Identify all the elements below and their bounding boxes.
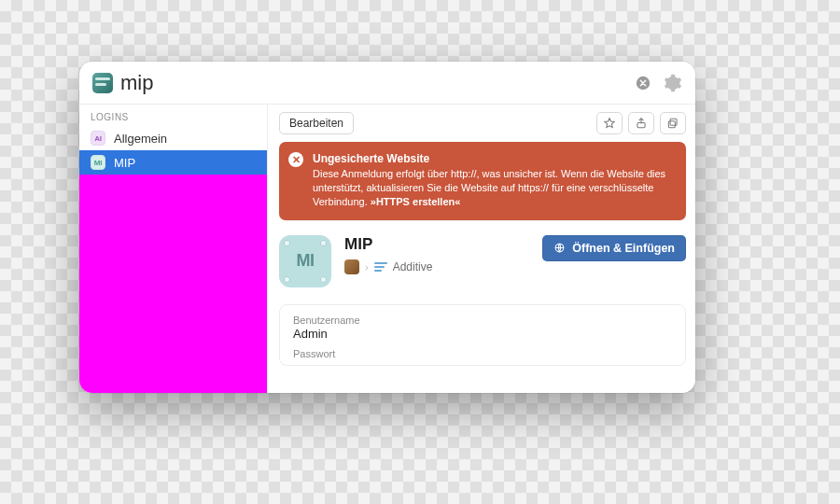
entry-title: MIP: [344, 235, 529, 254]
settings-button[interactable]: [662, 72, 684, 94]
warning-action-link[interactable]: »HTTPS erstellen«: [371, 196, 461, 207]
star-icon: [603, 117, 616, 130]
open-and-fill-label: Öffnen & Einfügen: [572, 242, 675, 255]
clear-search-button[interactable]: [632, 72, 654, 94]
favorite-button[interactable]: [596, 112, 623, 134]
search-input[interactable]: [120, 71, 377, 95]
sidebar: LOGINS AI Allgemein MI MIP: [79, 105, 268, 393]
edit-button[interactable]: Bearbeiten: [279, 112, 354, 134]
sidebar-section-label: LOGINS: [79, 105, 267, 126]
sidebar-item-allgemein[interactable]: AI Allgemein: [79, 126, 267, 150]
warning-body: Diese Anmeldung erfolgt über http://, wa…: [313, 168, 665, 207]
svg-rect-3: [668, 121, 675, 128]
redacted-block: [79, 175, 267, 393]
insecure-website-banner: ✕ Ungesicherte Website Diese Anmeldung e…: [279, 142, 686, 220]
username-value[interactable]: Admin: [293, 327, 672, 341]
detail-toolbar: Bearbeiten: [279, 112, 686, 134]
credentials-card: Benutzername Admin Passwort: [279, 304, 686, 366]
login-badge-icon: MI: [91, 155, 105, 170]
warning-icon: ✕: [288, 152, 303, 167]
entry-icon: MI: [279, 235, 331, 287]
sidebar-item-mip[interactable]: MI MIP: [79, 150, 267, 175]
sidebar-item-label: MIP: [114, 156, 135, 170]
search-bar: [79, 62, 695, 105]
breadcrumb-vault[interactable]: Additive: [393, 260, 433, 273]
username-label: Benutzername: [293, 315, 672, 326]
globe-icon: [553, 242, 566, 254]
warning-title: Ungesicherte Website: [313, 151, 675, 166]
password-manager-window: LOGINS AI Allgemein MI MIP Bearbeiten: [79, 62, 695, 393]
clear-icon: [635, 75, 651, 91]
open-and-fill-button[interactable]: Öffnen & Einfügen: [542, 235, 686, 261]
entry-icon-letters: MI: [297, 251, 315, 271]
account-avatar-icon: [344, 259, 359, 274]
password-label: Passwort: [293, 348, 672, 359]
sidebar-item-label: Allgemein: [114, 132, 167, 146]
gear-icon: [664, 74, 682, 92]
entry-header: MI MIP › Additive: [279, 235, 686, 287]
new-window-button[interactable]: [660, 112, 686, 134]
chevron-right-icon: ›: [365, 261, 369, 273]
vault-icon: [92, 73, 113, 93]
vault-glyph-icon: [374, 262, 387, 272]
detail-pane: Bearbeiten: [268, 105, 695, 393]
share-button[interactable]: [628, 112, 654, 134]
share-icon: [635, 117, 648, 130]
window-stack-icon: [666, 117, 679, 130]
svg-rect-2: [670, 119, 677, 125]
breadcrumb: › Additive: [344, 259, 529, 274]
login-badge-icon: AI: [91, 131, 105, 146]
